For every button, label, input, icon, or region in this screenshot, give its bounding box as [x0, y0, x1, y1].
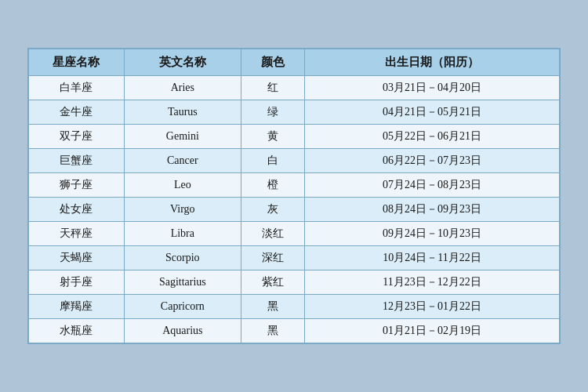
cell-english: Gemini	[124, 125, 241, 149]
cell-chinese: 狮子座	[29, 173, 125, 198]
cell-date: 07月24日－08月23日	[305, 173, 560, 198]
cell-color: 白	[241, 149, 304, 173]
cell-chinese: 巨蟹座	[29, 149, 125, 173]
table-row: 天蝎座Scorpio深红10月24日－11月22日	[29, 246, 560, 270]
cell-chinese: 白羊座	[29, 76, 125, 100]
cell-date: 12月23日－01月22日	[305, 295, 560, 319]
zodiac-table: 星座名称 英文名称 颜色 出生日期（阳历） 白羊座Aries红03月21日－04…	[28, 49, 560, 343]
table-row: 天秤座Libra淡红09月24日－10月23日	[29, 222, 560, 246]
cell-color: 绿	[241, 100, 304, 125]
cell-color: 红	[241, 76, 304, 100]
cell-english: Aquarius	[124, 319, 241, 343]
header-color: 颜色	[241, 49, 304, 76]
table-row: 金牛座Taurus绿04月21日－05月21日	[29, 100, 560, 125]
cell-date: 05月22日－06月21日	[305, 125, 560, 149]
table-row: 白羊座Aries红03月21日－04月20日	[29, 76, 560, 100]
cell-date: 01月21日－02月19日	[305, 319, 560, 343]
cell-chinese: 摩羯座	[29, 295, 125, 319]
table-row: 双子座Gemini黄05月22日－06月21日	[29, 125, 560, 149]
cell-chinese: 射手座	[29, 270, 125, 295]
cell-date: 09月24日－10月23日	[305, 222, 560, 246]
cell-date: 04月21日－05月21日	[305, 100, 560, 125]
cell-english: Taurus	[124, 100, 241, 125]
table-row: 处女座Virgo灰08月24日－09月23日	[29, 198, 560, 222]
cell-english: Virgo	[124, 198, 241, 222]
table-row: 巨蟹座Cancer白06月22日－07月23日	[29, 149, 560, 173]
cell-color: 淡红	[241, 222, 304, 246]
table-row: 水瓶座Aquarius黑01月21日－02月19日	[29, 319, 560, 343]
cell-color: 深红	[241, 246, 304, 270]
table-row: 狮子座Leo橙07月24日－08月23日	[29, 173, 560, 198]
cell-color: 黄	[241, 125, 304, 149]
cell-chinese: 双子座	[29, 125, 125, 149]
cell-english: Libra	[124, 222, 241, 246]
cell-color: 紫红	[241, 270, 304, 295]
cell-english: Cancer	[124, 149, 241, 173]
cell-english: Aries	[124, 76, 241, 100]
cell-english: Sagittarius	[124, 270, 241, 295]
table-row: 摩羯座Capricorn黑12月23日－01月22日	[29, 295, 560, 319]
zodiac-table-container: 星座名称 英文名称 颜色 出生日期（阳历） 白羊座Aries红03月21日－04…	[27, 48, 561, 344]
cell-color: 灰	[241, 198, 304, 222]
table-row: 射手座Sagittarius紫红11月23日－12月22日	[29, 270, 560, 295]
cell-date: 10月24日－11月22日	[305, 246, 560, 270]
cell-date: 08月24日－09月23日	[305, 198, 560, 222]
cell-date: 11月23日－12月22日	[305, 270, 560, 295]
header-date: 出生日期（阳历）	[305, 49, 560, 76]
cell-english: Leo	[124, 173, 241, 198]
cell-date: 03月21日－04月20日	[305, 76, 560, 100]
header-chinese: 星座名称	[29, 49, 125, 76]
cell-color: 黑	[241, 295, 304, 319]
cell-english: Scorpio	[124, 246, 241, 270]
cell-color: 橙	[241, 173, 304, 198]
header-english: 英文名称	[124, 49, 241, 76]
table-body: 白羊座Aries红03月21日－04月20日金牛座Taurus绿04月21日－0…	[29, 76, 560, 343]
cell-english: Capricorn	[124, 295, 241, 319]
cell-chinese: 水瓶座	[29, 319, 125, 343]
cell-chinese: 金牛座	[29, 100, 125, 125]
cell-chinese: 处女座	[29, 198, 125, 222]
cell-color: 黑	[241, 319, 304, 343]
cell-chinese: 天秤座	[29, 222, 125, 246]
cell-chinese: 天蝎座	[29, 246, 125, 270]
cell-date: 06月22日－07月23日	[305, 149, 560, 173]
table-header-row: 星座名称 英文名称 颜色 出生日期（阳历）	[29, 49, 560, 76]
